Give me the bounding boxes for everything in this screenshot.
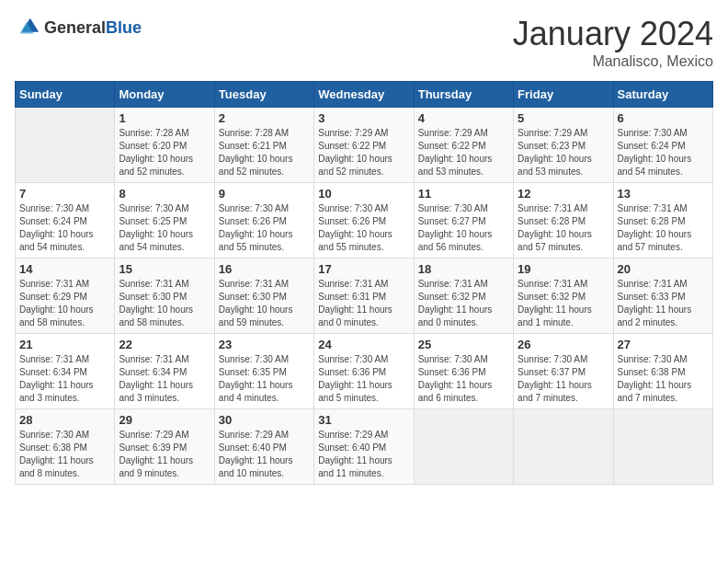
column-header-sunday: Sunday <box>16 82 115 108</box>
calendar-day-cell: 3 Sunrise: 7:29 AMSunset: 6:22 PMDayligh… <box>314 108 414 183</box>
day-number: 4 <box>418 111 509 125</box>
calendar-day-cell <box>16 108 115 183</box>
calendar-day-cell: 17 Sunrise: 7:31 AMSunset: 6:31 PMDaylig… <box>314 259 414 334</box>
day-info: Sunrise: 7:31 AMSunset: 6:28 PMDaylight:… <box>518 202 609 254</box>
calendar-day-cell: 21 Sunrise: 7:31 AMSunset: 6:34 PMDaylig… <box>16 334 115 409</box>
day-number: 19 <box>518 262 609 276</box>
day-number: 2 <box>219 111 310 125</box>
day-number: 21 <box>19 338 110 351</box>
calendar-day-cell: 18 Sunrise: 7:31 AMSunset: 6:32 PMDaylig… <box>414 259 513 334</box>
calendar-day-cell: 12 Sunrise: 7:31 AMSunset: 6:28 PMDaylig… <box>514 183 613 259</box>
calendar-day-cell: 14 Sunrise: 7:31 AMSunset: 6:29 PMDaylig… <box>16 259 115 334</box>
calendar-day-cell <box>613 409 712 485</box>
logo-general-text: General <box>44 18 106 37</box>
day-info: Sunrise: 7:29 AMSunset: 6:22 PMDaylight:… <box>418 127 509 178</box>
calendar-day-cell: 5 Sunrise: 7:29 AMSunset: 6:23 PMDayligh… <box>514 108 613 183</box>
day-info: Sunrise: 7:28 AMSunset: 6:20 PMDaylight:… <box>119 127 210 178</box>
day-number: 17 <box>318 262 409 276</box>
day-number: 24 <box>318 338 409 351</box>
day-info: Sunrise: 7:31 AMSunset: 6:29 PMDaylight:… <box>19 278 110 329</box>
day-info: Sunrise: 7:29 AMSunset: 6:40 PMDaylight:… <box>318 429 409 480</box>
calendar-day-cell: 23 Sunrise: 7:30 AMSunset: 6:35 PMDaylig… <box>214 334 313 409</box>
day-info: Sunrise: 7:31 AMSunset: 6:28 PMDaylight:… <box>618 202 709 254</box>
day-number: 15 <box>119 262 210 276</box>
calendar-day-cell: 9 Sunrise: 7:30 AMSunset: 6:26 PMDayligh… <box>214 183 313 259</box>
day-number: 29 <box>119 413 210 427</box>
page-header: GeneralBlue January 2024 Manalisco, Mexi… <box>15 15 713 70</box>
day-info: Sunrise: 7:31 AMSunset: 6:34 PMDaylight:… <box>119 353 210 405</box>
day-number: 16 <box>219 262 310 276</box>
day-info: Sunrise: 7:31 AMSunset: 6:34 PMDaylight:… <box>19 353 110 405</box>
day-info: Sunrise: 7:29 AMSunset: 6:23 PMDaylight:… <box>518 127 609 178</box>
calendar-day-cell: 28 Sunrise: 7:30 AMSunset: 6:38 PMDaylig… <box>16 409 115 485</box>
calendar-day-cell: 20 Sunrise: 7:31 AMSunset: 6:33 PMDaylig… <box>613 259 712 334</box>
calendar-week-row: 21 Sunrise: 7:31 AMSunset: 6:34 PMDaylig… <box>16 334 713 409</box>
day-info: Sunrise: 7:31 AMSunset: 6:32 PMDaylight:… <box>518 278 609 329</box>
logo-icon <box>15 15 40 40</box>
calendar-day-cell: 4 Sunrise: 7:29 AMSunset: 6:22 PMDayligh… <box>414 108 513 183</box>
day-number: 20 <box>618 262 709 276</box>
calendar-day-cell: 27 Sunrise: 7:30 AMSunset: 6:38 PMDaylig… <box>613 334 712 409</box>
calendar-day-cell: 29 Sunrise: 7:29 AMSunset: 6:39 PMDaylig… <box>115 409 214 485</box>
day-info: Sunrise: 7:29 AMSunset: 6:22 PMDaylight:… <box>318 127 409 178</box>
day-info: Sunrise: 7:30 AMSunset: 6:36 PMDaylight:… <box>318 353 409 405</box>
day-number: 11 <box>418 187 509 201</box>
calendar-day-cell: 31 Sunrise: 7:29 AMSunset: 6:40 PMDaylig… <box>314 409 414 485</box>
day-info: Sunrise: 7:30 AMSunset: 6:37 PMDaylight:… <box>518 353 609 405</box>
day-number: 18 <box>418 262 509 276</box>
day-number: 12 <box>518 187 609 201</box>
day-info: Sunrise: 7:31 AMSunset: 6:31 PMDaylight:… <box>318 278 409 329</box>
calendar-day-cell: 1 Sunrise: 7:28 AMSunset: 6:20 PMDayligh… <box>115 108 214 183</box>
day-number: 22 <box>119 338 210 351</box>
logo-blue-text: Blue <box>106 18 142 37</box>
day-number: 9 <box>219 187 310 201</box>
calendar-day-cell: 26 Sunrise: 7:30 AMSunset: 6:37 PMDaylig… <box>514 334 613 409</box>
column-header-friday: Friday <box>514 82 613 108</box>
day-info: Sunrise: 7:30 AMSunset: 6:25 PMDaylight:… <box>119 202 210 254</box>
calendar-day-cell: 24 Sunrise: 7:30 AMSunset: 6:36 PMDaylig… <box>314 334 414 409</box>
calendar-week-row: 7 Sunrise: 7:30 AMSunset: 6:24 PMDayligh… <box>16 183 713 259</box>
calendar-day-cell: 25 Sunrise: 7:30 AMSunset: 6:36 PMDaylig… <box>414 334 513 409</box>
calendar-week-row: 14 Sunrise: 7:31 AMSunset: 6:29 PMDaylig… <box>16 259 713 334</box>
day-number: 10 <box>318 187 409 201</box>
calendar-day-cell: 22 Sunrise: 7:31 AMSunset: 6:34 PMDaylig… <box>115 334 214 409</box>
calendar-day-cell: 15 Sunrise: 7:31 AMSunset: 6:30 PMDaylig… <box>115 259 214 334</box>
day-number: 5 <box>518 111 609 125</box>
title-area: January 2024 Manalisco, Mexico <box>513 15 713 70</box>
calendar-day-cell: 2 Sunrise: 7:28 AMSunset: 6:21 PMDayligh… <box>214 108 313 183</box>
day-number: 31 <box>318 413 409 427</box>
day-info: Sunrise: 7:31 AMSunset: 6:32 PMDaylight:… <box>418 278 509 329</box>
calendar-day-cell: 7 Sunrise: 7:30 AMSunset: 6:24 PMDayligh… <box>16 183 115 259</box>
day-info: Sunrise: 7:30 AMSunset: 6:26 PMDaylight:… <box>219 202 310 254</box>
day-number: 3 <box>318 111 409 125</box>
day-number: 7 <box>19 187 110 201</box>
calendar-day-cell: 10 Sunrise: 7:30 AMSunset: 6:26 PMDaylig… <box>314 183 414 259</box>
day-info: Sunrise: 7:30 AMSunset: 6:24 PMDaylight:… <box>19 202 110 254</box>
calendar-day-cell: 11 Sunrise: 7:30 AMSunset: 6:27 PMDaylig… <box>414 183 513 259</box>
day-info: Sunrise: 7:30 AMSunset: 6:26 PMDaylight:… <box>318 202 409 254</box>
column-header-wednesday: Wednesday <box>314 82 414 108</box>
calendar-table: SundayMondayTuesdayWednesdayThursdayFrid… <box>15 81 713 485</box>
day-info: Sunrise: 7:30 AMSunset: 6:24 PMDaylight:… <box>618 127 709 178</box>
calendar-day-cell: 13 Sunrise: 7:31 AMSunset: 6:28 PMDaylig… <box>613 183 712 259</box>
calendar-day-cell <box>514 409 613 485</box>
day-number: 14 <box>19 262 110 276</box>
day-info: Sunrise: 7:30 AMSunset: 6:36 PMDaylight:… <box>418 353 509 405</box>
day-number: 26 <box>518 338 609 351</box>
day-number: 1 <box>119 111 210 125</box>
calendar-day-cell <box>414 409 513 485</box>
month-title: January 2024 <box>513 15 713 53</box>
calendar-week-row: 28 Sunrise: 7:30 AMSunset: 6:38 PMDaylig… <box>16 409 713 485</box>
day-number: 25 <box>418 338 509 351</box>
day-number: 6 <box>618 111 709 125</box>
day-info: Sunrise: 7:29 AMSunset: 6:40 PMDaylight:… <box>219 429 310 480</box>
day-info: Sunrise: 7:30 AMSunset: 6:38 PMDaylight:… <box>19 429 110 480</box>
day-info: Sunrise: 7:31 AMSunset: 6:30 PMDaylight:… <box>219 278 310 329</box>
calendar-day-cell: 16 Sunrise: 7:31 AMSunset: 6:30 PMDaylig… <box>214 259 313 334</box>
day-number: 30 <box>219 413 310 427</box>
day-number: 8 <box>119 187 210 201</box>
day-number: 28 <box>19 413 110 427</box>
calendar-day-cell: 19 Sunrise: 7:31 AMSunset: 6:32 PMDaylig… <box>514 259 613 334</box>
day-info: Sunrise: 7:29 AMSunset: 6:39 PMDaylight:… <box>119 429 210 480</box>
calendar-week-row: 1 Sunrise: 7:28 AMSunset: 6:20 PMDayligh… <box>16 108 713 183</box>
